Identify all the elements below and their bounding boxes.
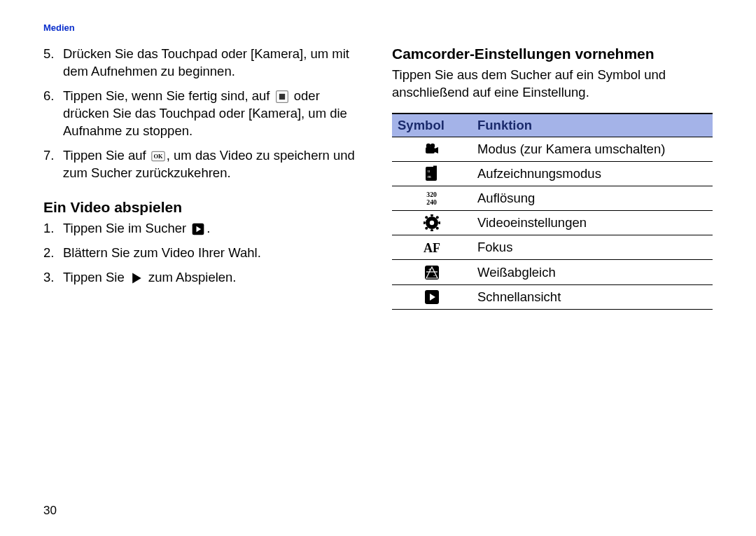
- col-symbol-header: Symbol: [392, 114, 472, 137]
- left-column: 5.Drücken Sie das Touchpad oder [Kamera]…: [43, 46, 364, 310]
- svg-text:OK: OK: [153, 153, 162, 160]
- resolution-icon: 320240: [421, 190, 442, 207]
- symbol-cell: AF: [392, 235, 472, 260]
- step-number: 2.: [43, 245, 63, 262]
- function-cell: Schnellansicht: [472, 284, 713, 309]
- svg-text:m: m: [428, 174, 431, 179]
- svg-text:240: 240: [427, 198, 438, 206]
- svg-point-20: [425, 217, 428, 219]
- heading-play-video: Ein Video abspielen: [43, 199, 364, 216]
- svg-point-22: [436, 217, 439, 219]
- heading-camcorder-settings: Camcorder-Einstellungen vornehmen: [392, 46, 713, 62]
- play-icon: [130, 271, 144, 285]
- step-text: Tippen Sie zum Abspielen.: [63, 269, 364, 287]
- wb-icon: +−: [424, 264, 440, 281]
- symbol-cell: [392, 284, 472, 309]
- table-row: Videoeinstellungen: [392, 211, 713, 235]
- right-column: Camcorder-Einstellungen vornehmen Tippen…: [392, 46, 713, 310]
- function-cell: Videoeinstellungen: [472, 211, 713, 235]
- camcorder-icon: [424, 141, 440, 158]
- table-row: 320240Auflösung: [392, 186, 713, 211]
- step-text: Blättern Sie zum Video Ihrer Wahl.: [63, 245, 364, 262]
- svg-point-17: [430, 229, 433, 231]
- steps-recording: 5.Drücken Sie das Touchpad oder [Kamera]…: [43, 46, 364, 182]
- col-function-header: Funktion: [472, 114, 713, 137]
- step-item: 1.Tippen Sie im Sucher .: [43, 220, 364, 238]
- step-item: 6.Tippen Sie, wenn Sie fertig sind, auf …: [43, 88, 364, 140]
- step-item: 3.Tippen Sie zum Abspielen.: [43, 269, 364, 287]
- svg-point-6: [426, 144, 430, 148]
- manual-page: Medien 5.Drücken Sie das Touchpad oder […: [0, 0, 756, 536]
- step-number: 3.: [43, 269, 63, 287]
- svg-point-18: [425, 227, 428, 230]
- svg-rect-9: [433, 166, 437, 170]
- table-row: AFFokus: [392, 235, 713, 260]
- quickview-icon: [191, 222, 205, 236]
- table-row: Schnellansicht: [392, 284, 713, 309]
- function-cell: Weißabgleich: [472, 260, 713, 284]
- ok-icon: OK: [151, 149, 165, 163]
- intro-text: Tippen Sie aus dem Sucher auf ein Symbol…: [392, 67, 713, 102]
- table-row: +−Weißabgleich: [392, 260, 713, 284]
- step-number: 7.: [43, 147, 63, 182]
- svg-point-7: [430, 144, 435, 148]
- step-number: 5.: [43, 46, 63, 81]
- symbol-cell: 320240: [392, 186, 472, 211]
- step-text: Tippen Sie im Sucher .: [63, 220, 364, 238]
- svg-text:u: u: [428, 169, 430, 173]
- step-text: Tippen Sie auf OK, um das Video zu speic…: [63, 147, 364, 182]
- svg-point-19: [424, 221, 426, 224]
- symbol-cell: [392, 211, 472, 235]
- svg-text:−: −: [433, 273, 436, 279]
- step-number: 6.: [43, 88, 63, 140]
- svg-rect-5: [426, 147, 435, 153]
- symbol-cell: +−: [392, 260, 472, 284]
- function-cell: Aufzeichnungsmodus: [472, 162, 713, 186]
- gear-icon: [424, 214, 440, 231]
- step-item: 5.Drücken Sie das Touchpad oder [Kamera]…: [43, 46, 364, 81]
- quickview-icon: [424, 289, 440, 305]
- function-cell: Auflösung: [472, 186, 713, 211]
- svg-point-16: [436, 227, 439, 230]
- table-row: umAufzeichnungsmodus: [392, 162, 713, 186]
- svg-point-15: [438, 221, 440, 224]
- symbol-cell: [392, 137, 472, 161]
- step-item: 2.Blättern Sie zum Video Ihrer Wahl.: [43, 245, 364, 262]
- page-number: 30: [43, 504, 57, 518]
- stop-icon: [275, 90, 289, 104]
- svg-text:AF: AF: [424, 241, 440, 255]
- step-text: Drücken Sie das Touchpad oder [Kamera], …: [63, 46, 364, 81]
- svg-point-21: [430, 214, 433, 217]
- function-cell: Modus (zur Kamera umschalten): [472, 137, 713, 161]
- table-row: Modus (zur Kamera umschalten): [392, 137, 713, 161]
- recmode-icon: um: [424, 165, 440, 182]
- af-icon: AF: [421, 239, 442, 256]
- svg-text:320: 320: [427, 191, 438, 198]
- function-cell: Fokus: [472, 235, 713, 260]
- step-number: 1.: [43, 220, 63, 238]
- section-header: Medien: [43, 22, 713, 33]
- two-column-layout: 5.Drücken Sie das Touchpad oder [Kamera]…: [43, 46, 713, 310]
- step-text: Tippen Sie, wenn Sie fertig sind, auf od…: [63, 88, 364, 140]
- settings-table: Symbol Funktion Modus (zur Kamera umscha…: [392, 113, 713, 310]
- svg-rect-1: [279, 94, 284, 99]
- svg-point-23: [430, 221, 434, 225]
- svg-text:+: +: [428, 267, 431, 273]
- steps-playback: 1.Tippen Sie im Sucher .2.Blättern Sie z…: [43, 220, 364, 287]
- step-item: 7.Tippen Sie auf OK, um das Video zu spe…: [43, 147, 364, 182]
- symbol-cell: um: [392, 162, 472, 186]
